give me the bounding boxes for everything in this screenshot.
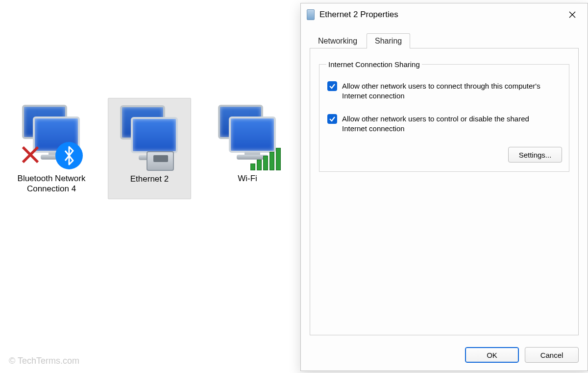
group-title: Internet Connection Sharing (326, 60, 422, 69)
monitor-pair-icon (115, 102, 184, 171)
wifi-bars-icon (250, 148, 281, 170)
monitor-pair-icon (17, 102, 86, 170)
tab-strip: Networking Sharing (301, 26, 588, 48)
tab-networking[interactable]: Networking (310, 33, 366, 48)
ethernet-plug-icon (147, 151, 174, 171)
bluetooth-icon (55, 142, 83, 169)
allow-control-row: Allow other network users to control or … (327, 114, 561, 133)
ok-button[interactable]: OK (465, 347, 519, 363)
connection-ethernet2[interactable]: Ethernet 2 (108, 98, 191, 199)
watermark: © TechTerms.com (9, 356, 79, 366)
connection-wifi[interactable]: Wi-Fi (206, 98, 289, 199)
close-button[interactable] (561, 7, 584, 23)
allow-control-checkbox[interactable] (327, 114, 337, 124)
connection-label: Wi-Fi (238, 173, 257, 184)
check-icon (329, 116, 336, 122)
allow-connect-checkbox[interactable] (327, 81, 337, 91)
error-x-icon (19, 143, 42, 167)
settings-button[interactable]: Settings... (508, 147, 562, 163)
ics-group: Internet Connection Sharing Allow other … (319, 60, 569, 172)
adapter-icon (307, 9, 315, 20)
allow-connect-label: Allow other network users to connect thr… (342, 81, 548, 100)
titlebar: Ethernet 2 Properties (301, 3, 588, 26)
window-title: Ethernet 2 Properties (319, 10, 561, 20)
tab-sharing[interactable]: Sharing (367, 33, 410, 48)
network-connections-list: Bluetooth Network Connection 4 Ethernet … (0, 98, 289, 199)
allow-control-label: Allow other network users to control or … (342, 114, 548, 133)
check-icon (329, 83, 336, 90)
allow-connect-row: Allow other network users to connect thr… (327, 81, 561, 100)
properties-dialog: Ethernet 2 Properties Networking Sharing… (300, 3, 588, 371)
tab-panel-sharing: Internet Connection Sharing Allow other … (310, 48, 579, 335)
close-icon (569, 11, 576, 18)
connection-label: Bluetooth Network Connection 4 (12, 173, 91, 194)
connection-label: Ethernet 2 (130, 174, 169, 184)
connection-bluetooth[interactable]: Bluetooth Network Connection 4 (10, 98, 93, 199)
cancel-button[interactable]: Cancel (525, 347, 579, 363)
dialog-button-row: OK Cancel (301, 342, 588, 371)
monitor-pair-icon (213, 102, 282, 170)
